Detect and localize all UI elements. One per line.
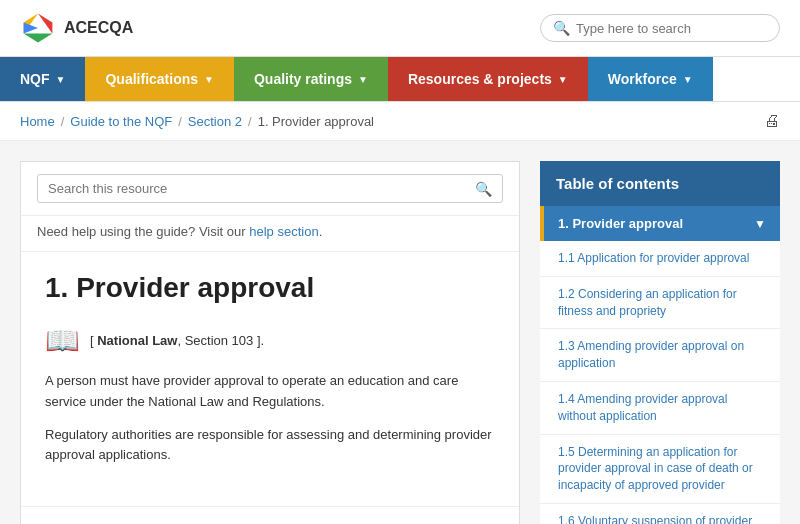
nav-resources-label: Resources & projects: [408, 71, 552, 87]
svg-marker-0: [38, 14, 52, 34]
search-resource-bar: 🔍: [21, 162, 519, 216]
breadcrumb-sep-3: /: [248, 114, 252, 129]
content-paragraph-2: Regulatory authorities are responsible f…: [45, 425, 495, 467]
toc-item-1-6[interactable]: 1.6 Voluntary suspension of provider app…: [540, 504, 780, 524]
logo: ACECQA: [20, 10, 133, 46]
toc-item-1-4[interactable]: 1.4 Amending provider approval without a…: [540, 382, 780, 435]
nav-quality-ratings[interactable]: Quality ratings ▼: [234, 57, 388, 101]
toc-active-label: 1. Provider approval: [558, 216, 683, 231]
search-resource-input[interactable]: [37, 174, 503, 203]
search-icon: 🔍: [553, 20, 570, 36]
toc-panel: Table of contents 1. Provider approval ▼…: [540, 161, 780, 524]
toc-active-chevron: ▼: [754, 217, 766, 231]
toc-item-1-3[interactable]: 1.3 Amending provider approval on applic…: [540, 329, 780, 382]
nav-nqf-label: NQF: [20, 71, 50, 87]
help-link[interactable]: help section: [249, 224, 318, 239]
help-text-prefix: Need help using the guide? Visit our: [37, 224, 249, 239]
nav-workforce-label: Workforce: [608, 71, 677, 87]
breadcrumb-sep-1: /: [61, 114, 65, 129]
nav-quality-label: Quality ratings: [254, 71, 352, 87]
nav-resources[interactable]: Resources & projects ▼: [388, 57, 588, 101]
logo-text: ACECQA: [64, 19, 133, 37]
content-paragraph-1: A person must have provider approval to …: [45, 371, 495, 413]
nav-qualifications-chevron: ▼: [204, 74, 214, 85]
breadcrumb-guide[interactable]: Guide to the NQF: [70, 114, 172, 129]
search-bar[interactable]: 🔍: [540, 14, 780, 42]
toc-active-item[interactable]: 1. Provider approval ▼: [540, 206, 780, 241]
breadcrumb-home[interactable]: Home: [20, 114, 55, 129]
nav-resources-chevron: ▼: [558, 74, 568, 85]
breadcrumb-section2[interactable]: Section 2: [188, 114, 242, 129]
book-icon: 📖: [45, 324, 80, 357]
national-law-text: [ National Law, Section 103 ].: [90, 333, 264, 348]
nav-quality-chevron: ▼: [358, 74, 368, 85]
nav-workforce-chevron: ▼: [683, 74, 693, 85]
toc-item-1-2[interactable]: 1.2 Considering an application for fitne…: [540, 277, 780, 330]
main-nav: NQF ▼ Qualifications ▼ Quality ratings ▼…: [0, 57, 800, 102]
page-title: 1. Provider approval: [45, 272, 495, 304]
help-text: Need help using the guide? Visit our hel…: [21, 216, 519, 252]
search-input[interactable]: [576, 21, 767, 36]
nav-nqf-chevron: ▼: [56, 74, 66, 85]
content-body: 1. Provider approval 📖 [ National Law, S…: [21, 252, 519, 498]
content-panel: 🔍 Need help using the guide? Visit our h…: [20, 161, 520, 524]
search-resource-icon[interactable]: 🔍: [475, 181, 492, 197]
breadcrumb: Home / Guide to the NQF / Section 2 / 1.…: [0, 102, 800, 141]
breadcrumb-sep-2: /: [178, 114, 182, 129]
toc-header: Table of contents: [540, 161, 780, 206]
logo-icon: [20, 10, 56, 46]
nav-nqf[interactable]: NQF ▼: [0, 57, 85, 101]
pagination: ← Previous Section 2: Applications and A…: [21, 506, 519, 524]
print-icon[interactable]: 🖨: [764, 112, 780, 130]
svg-marker-2: [24, 33, 53, 42]
nav-qualifications-label: Qualifications: [105, 71, 198, 87]
toc-item-1-5[interactable]: 1.5 Determining an application for provi…: [540, 435, 780, 504]
national-law-ref: 📖 [ National Law, Section 103 ].: [45, 324, 495, 357]
main-layout: 🔍 Need help using the guide? Visit our h…: [0, 141, 800, 524]
nav-qualifications[interactable]: Qualifications ▼: [85, 57, 233, 101]
toc-item-1-1[interactable]: 1.1 Application for provider approval: [540, 241, 780, 277]
breadcrumb-current: 1. Provider approval: [258, 114, 374, 129]
help-text-period: .: [319, 224, 323, 239]
nav-workforce[interactable]: Workforce ▼: [588, 57, 713, 101]
svg-marker-3: [24, 23, 38, 34]
header: ACECQA 🔍: [0, 0, 800, 57]
